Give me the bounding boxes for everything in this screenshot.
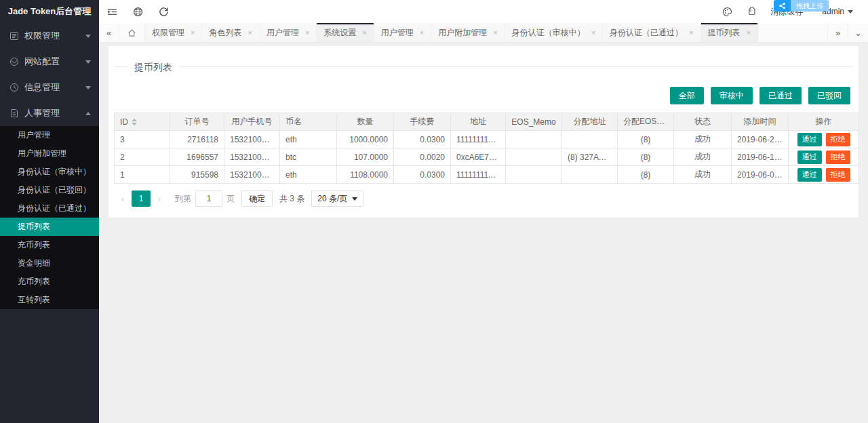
pass-button[interactable]: 通过 (797, 168, 822, 182)
close-icon[interactable] (493, 28, 497, 37)
sidebar-item-funds-detail[interactable]: 资金明细 (0, 254, 99, 273)
share-nodes-icon (774, 0, 791, 12)
sidebar-item-label: 权限管理 (24, 23, 85, 49)
tab-system-settings[interactable]: 系统设置 (317, 23, 374, 42)
tag-icon (747, 7, 757, 17)
refresh-button[interactable] (151, 0, 176, 23)
page-title-fieldset: 提币列表 (114, 60, 853, 75)
tab-withdraw-list[interactable]: 提币列表 (701, 23, 758, 42)
sidebar-item-withdraw-list[interactable]: 提币列表 (0, 218, 99, 236)
theme-button[interactable] (715, 0, 739, 23)
table-row: 2 1696557 15321005369 btc 107.0000 0.002… (115, 148, 859, 166)
tab-user-extra[interactable]: 用户附加管理 (431, 23, 505, 42)
filter-approved-button[interactable]: 已通过 (760, 87, 802, 104)
reject-button[interactable]: 拒绝 (826, 133, 850, 146)
sidebar-item-transfer-list[interactable]: 互转列表 (0, 291, 99, 309)
tab-user-management[interactable]: 用户管理 (260, 23, 317, 42)
cell-amount: 1000.0000 (337, 131, 394, 148)
shrink-icon (107, 7, 117, 17)
tab-kyc-pending[interactable]: 身份认证（审核中） (505, 23, 603, 42)
drag-upload-widget[interactable]: 拖拽上传 (774, 0, 829, 12)
close-icon[interactable] (747, 28, 751, 37)
col-status: 状态 (674, 113, 732, 131)
cell-phone: 15321005369 (224, 148, 280, 166)
cell-phone: 15321005369 (224, 166, 280, 184)
filter-all-button[interactable]: 全部 (670, 87, 704, 104)
cell-order-no: 1696557 (170, 148, 224, 166)
reject-button[interactable]: 拒绝 (826, 150, 850, 164)
home-icon (127, 28, 136, 37)
filter-pending-button[interactable]: 审核中 (711, 87, 753, 104)
site-config-icon (9, 57, 19, 66)
cell-alloc-address: (8) 327AWw... (562, 148, 618, 166)
col-alloc-address: 分配地址 (562, 113, 618, 131)
col-alloc-eos-memo: 分配EOS_M... (618, 113, 674, 131)
col-coin: 币名 (280, 113, 337, 131)
sidebar-item-user-management[interactable]: 用户管理 (0, 126, 99, 144)
goto-page-input[interactable] (195, 190, 222, 207)
cell-status: 成功 (674, 166, 732, 184)
chevron-down-icon (85, 86, 91, 89)
pass-button[interactable]: 通过 (797, 150, 822, 164)
col-amount: 数量 (337, 113, 394, 131)
cell-eos-memo (506, 166, 562, 184)
page-size-select[interactable]: 20 条/页 (311, 190, 363, 207)
sidebar-item-label: 人事管理 (24, 100, 85, 126)
tab-role-list[interactable]: 角色列表 (202, 23, 259, 42)
col-order-no: 订单号 (170, 113, 224, 131)
sort-icon[interactable] (132, 119, 137, 125)
close-icon[interactable] (248, 28, 252, 37)
collapse-sidebar-button[interactable] (99, 0, 125, 23)
close-icon[interactable] (591, 28, 595, 37)
goto-label: 到第 (175, 193, 191, 205)
cell-id: 2 (115, 148, 170, 166)
withdraw-table: ID 订单号 用户手机号 币名 数量 手续费 地址 EOS_Memo 分配地址 … (114, 113, 859, 184)
close-icon[interactable] (420, 28, 424, 37)
tab-bar: « 权限管理 角色列表 用户管理 系统设置 用户管理 用户附加管理 身份认证（审… (99, 23, 868, 43)
col-phone: 用户手机号 (224, 113, 280, 131)
cell-order-no: 915598 (170, 166, 224, 184)
cell-operation: 通过拒绝 (789, 131, 859, 148)
tab-home[interactable] (119, 23, 145, 42)
cell-added-time: 2019-06-18 ... (732, 148, 789, 166)
sidebar: Jade Token后台管理 权限管理 网站配置 信息管理 人事管理 用户管理 … (0, 0, 99, 423)
tab-permissions[interactable]: 权限管理 (145, 23, 202, 42)
tab-user-management-2[interactable]: 用户管理 (374, 23, 431, 42)
sidebar-item-hr[interactable]: 人事管理 (0, 100, 99, 126)
cell-alloc-eos-memo: (8) (618, 166, 674, 184)
close-icon[interactable] (305, 28, 309, 37)
tabs-scroll-right-button[interactable]: » (827, 23, 848, 42)
cell-operation: 通过拒绝 (789, 166, 859, 184)
sidebar-item-kyc-approved[interactable]: 身份认证（已通过） (0, 199, 99, 218)
sidebar-item-kyc-pending[interactable]: 身份认证（审核中） (0, 163, 99, 181)
sidebar-item-user-extra[interactable]: 用户附加管理 (0, 144, 99, 163)
confirm-button[interactable]: 确定 (241, 190, 273, 207)
close-icon[interactable] (689, 28, 693, 37)
filter-rejected-button[interactable]: 已驳回 (808, 87, 850, 104)
tab-kyc-approved[interactable]: 身份认证（已通过） (603, 23, 701, 42)
cell-id: 3 (115, 131, 170, 148)
sidebar-item-site-config[interactable]: 网站配置 (0, 49, 99, 75)
close-icon[interactable] (362, 28, 366, 37)
sidebar-item-permissions[interactable]: 权限管理 (0, 23, 99, 49)
current-page[interactable]: 1 (132, 190, 151, 207)
total-count: 共 3 条 (279, 193, 304, 205)
cell-eos-memo (506, 148, 562, 166)
tabs-menu-button[interactable]: ⌄ (848, 23, 868, 42)
pass-button[interactable]: 通过 (797, 133, 822, 146)
content-area: 提币列表 全部 审核中 已通过 已驳回 ID 订单号 用户手机 (99, 43, 868, 423)
tag-button[interactable] (739, 0, 764, 23)
close-icon[interactable] (191, 28, 195, 37)
sidebar-item-deposit-list[interactable]: 充币列表 (0, 236, 99, 254)
topbar: 清除缓存 admin 拖拽上传 (99, 0, 868, 23)
next-page-button[interactable]: › (151, 190, 168, 207)
sidebar-item-deposit-list-2[interactable]: 充币列表 (0, 273, 99, 291)
tabs-scroll-left-button[interactable]: « (99, 23, 119, 42)
sidebar-item-info[interactable]: 信息管理 (0, 75, 99, 100)
cell-id: 1 (115, 166, 170, 184)
language-button[interactable] (125, 0, 151, 23)
sidebar-item-kyc-rejected[interactable]: 身份认证（已驳回） (0, 181, 99, 199)
prev-page-button[interactable]: ‹ (114, 190, 132, 207)
reject-button[interactable]: 拒绝 (826, 168, 850, 182)
document-icon (9, 108, 19, 118)
